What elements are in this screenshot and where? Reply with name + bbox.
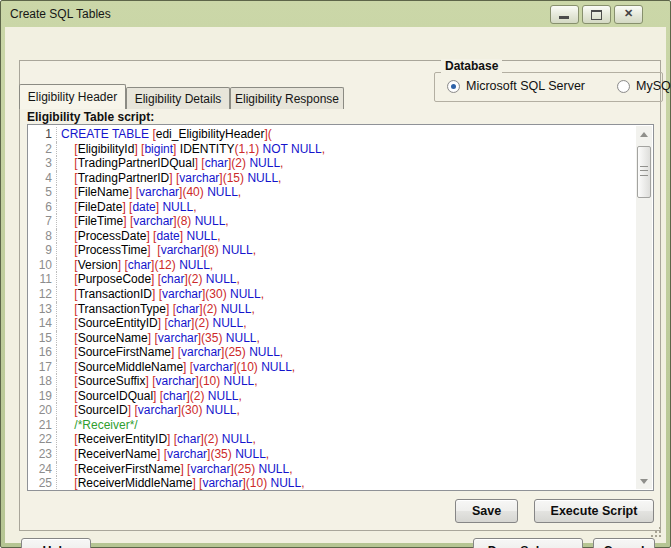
code-line-text: [SourceID] [varchar](30) NULL, (56, 403, 240, 418)
radio-microsoft-sql-server[interactable] (447, 80, 460, 93)
script-label: Eligibility Table script: (27, 110, 154, 124)
line-number: 2 (28, 142, 56, 157)
code-line: 20 [SourceID] [varchar](30) NULL, (28, 403, 636, 418)
close-icon: ✕ (615, 7, 642, 20)
scroll-up-icon (640, 132, 648, 137)
code-line-text: [TransactionType] [char](2) NULL, (56, 302, 255, 317)
code-line: 5 [FileName] [varchar](40) NULL, (28, 185, 636, 200)
code-line: 22 [ReceiverEntityID] [char](2) NULL, (28, 432, 636, 447)
code-line-text: [TradingPartnerIDQual] [char](2) NULL, (56, 156, 283, 171)
code-line: 19 [SourceIDQual] [char](2) NULL, (28, 389, 636, 404)
tab-eligibility-details[interactable]: Eligibility Details (126, 87, 230, 109)
code-line: 23 [ReceiverName] [varchar](35) NULL, (28, 447, 636, 462)
line-number: 7 (28, 214, 56, 229)
titlebar[interactable]: Create SQL Tables ✕ (1, 1, 670, 27)
maximize-icon (591, 10, 602, 20)
code-line: 24 [ReceiverFirstName] [varchar](25) NUL… (28, 462, 636, 477)
line-number: 14 (28, 316, 56, 331)
code-line-text: [ProcessTime] [varchar](8) NULL, (56, 243, 256, 258)
code-line-text: CREATE TABLE [edi_EligibilityHeader]( (56, 127, 272, 142)
code-line-text: [FileDate] [date] NULL, (56, 200, 196, 215)
code-line-text: [ReceiverFirstName] [varchar](25) NULL, (56, 462, 293, 477)
line-number: 5 (28, 185, 56, 200)
scroll-thumb[interactable] (637, 146, 651, 198)
line-number: 20 (28, 403, 56, 418)
code-line-text: [ReceiverMiddleName] [varchar](10) NULL, (56, 476, 305, 490)
scroll-down-icon (640, 479, 648, 484)
code-line-text: [ReceiverName] [varchar](35) NULL, (56, 447, 269, 462)
window-controls: ✕ (550, 5, 643, 24)
code-line-text: [FileTime] [varchar](8) NULL, (56, 214, 229, 229)
code-line-text: [SourceEntityID] [char](2) NULL, (56, 316, 247, 331)
line-number: 12 (28, 287, 56, 302)
create-sql-tables-dialog: Create SQL Tables ✕ Database Microsoft S… (0, 0, 671, 548)
code-line: 10 [Version] [char](12) NULL, (28, 258, 636, 273)
line-number: 6 (28, 200, 56, 215)
code-line-text: [Version] [char](12) NULL, (56, 258, 213, 273)
code-line: 9 [ProcessTime] [varchar](8) NULL, (28, 243, 636, 258)
line-number: 23 (28, 447, 56, 462)
code-line: 14 [SourceEntityID] [char](2) NULL, (28, 316, 636, 331)
line-number: 15 (28, 331, 56, 346)
line-number: 17 (28, 360, 56, 375)
code-line: 2 [EligibilityId] [bigint] IDENTITY(1,1)… (28, 142, 636, 157)
code-line: 18 [SourceSuffix] [varchar](10) NULL, (28, 374, 636, 389)
code-line-text: [SourceMiddleName] [varchar](10) NULL, (56, 360, 295, 375)
scroll-up-button[interactable] (636, 126, 652, 142)
code-line-text: [FileName] [varchar](40) NULL, (56, 185, 241, 200)
line-number: 19 (28, 389, 56, 404)
help-button[interactable]: Help (21, 538, 91, 548)
code-editor[interactable]: 1CREATE TABLE [edi_EligibilityHeader](2 … (27, 124, 654, 491)
scroll-down-button[interactable] (636, 473, 652, 489)
window-title: Create SQL Tables (10, 7, 111, 21)
database-options: Microsoft SQL Server MySQL (447, 79, 671, 93)
tab-eligibility-header[interactable]: Eligibility Header (19, 84, 126, 109)
execute-script-button[interactable]: Execute Script (534, 499, 654, 523)
code-line: 3 [TradingPartnerIDQual] [char](2) NULL, (28, 156, 636, 171)
code-line: 25 [ReceiverMiddleName] [varchar](10) NU… (28, 476, 636, 490)
tab-eligibility-response[interactable]: Eligibility Response (230, 87, 344, 109)
cancel-button[interactable]: Cancel (593, 538, 655, 548)
scroll-thumb-grip-icon (640, 166, 648, 176)
code-line: 6 [FileDate] [date] NULL, (28, 200, 636, 215)
code-line: 21 /*Receiver*/ (28, 418, 636, 433)
code-line: 7 [FileTime] [varchar](8) NULL, (28, 214, 636, 229)
code-line: 13 [TransactionType] [char](2) NULL, (28, 302, 636, 317)
drop-schema-button[interactable]: Drop Schema (473, 538, 583, 548)
code-line-text: [ProcessDate] [date] NULL, (56, 229, 221, 244)
code-lines[interactable]: 1CREATE TABLE [edi_EligibilityHeader](2 … (28, 125, 636, 490)
close-button[interactable]: ✕ (614, 5, 643, 24)
code-line-text: [SourceName] [varchar](35) NULL, (56, 331, 260, 346)
line-number: 3 (28, 156, 56, 171)
radio-mysql-label[interactable]: MySQL (636, 79, 671, 93)
radio-mysql[interactable] (617, 80, 630, 93)
radio-microsoft-sql-server-label[interactable]: Microsoft SQL Server (466, 79, 585, 93)
resize-grip[interactable] (649, 525, 661, 537)
code-line-text: [SourceSuffix] [varchar](10) NULL, (56, 374, 258, 389)
code-line-text: /*Receiver*/ (56, 418, 138, 433)
database-group-label: Database (441, 59, 502, 73)
code-line: 8 [ProcessDate] [date] NULL, (28, 229, 636, 244)
editor-scrollbar[interactable] (636, 126, 652, 489)
maximize-button[interactable] (582, 5, 611, 24)
line-number: 18 (28, 374, 56, 389)
line-number: 4 (28, 171, 56, 186)
line-number: 10 (28, 258, 56, 273)
code-line-text: [SourceIDQual] [char](2) NULL, (56, 389, 242, 404)
code-line: 11 [PurposeCode] [char](2) NULL, (28, 272, 636, 287)
line-number: 13 (28, 302, 56, 317)
line-number: 1 (28, 127, 56, 142)
code-line: 1CREATE TABLE [edi_EligibilityHeader]( (28, 127, 636, 142)
code-line-text: [PurposeCode] [char](2) NULL, (56, 272, 240, 287)
code-line-text: [TradingPartnerID] [varchar](15) NULL, (56, 171, 281, 186)
line-number: 9 (28, 243, 56, 258)
code-line: 15 [SourceName] [varchar](35) NULL, (28, 331, 636, 346)
save-button[interactable]: Save (455, 499, 518, 523)
code-line: 17 [SourceMiddleName] [varchar](10) NULL… (28, 360, 636, 375)
database-groupbox: Database Microsoft SQL Server MySQL (434, 72, 663, 102)
line-number: 8 (28, 229, 56, 244)
code-line: 16 [SourceFirstName] [varchar](25) NULL, (28, 345, 636, 360)
minimize-button[interactable] (550, 5, 579, 24)
code-line-text: [EligibilityId] [bigint] IDENTITY(1,1) N… (56, 142, 325, 157)
code-line: 4 [TradingPartnerID] [varchar](15) NULL, (28, 171, 636, 186)
